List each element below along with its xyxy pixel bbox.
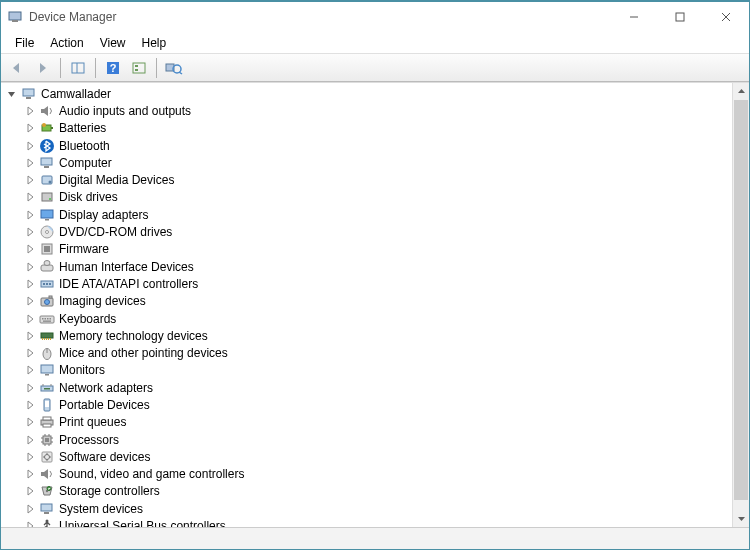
expander-icon[interactable] <box>23 484 37 498</box>
expander-icon[interactable] <box>23 467 37 481</box>
svg-rect-1 <box>12 20 18 22</box>
window-controls <box>611 2 749 32</box>
tree-item[interactable]: IDE ATA/ATAPI controllers <box>5 275 732 292</box>
minimize-button[interactable] <box>611 2 657 32</box>
expander-icon[interactable] <box>23 208 37 222</box>
mouse-icon <box>39 345 55 361</box>
tree-item[interactable]: Universal Serial Bus controllers <box>5 517 732 527</box>
device-tree[interactable]: CamwalladerAudio inputs and outputsBatte… <box>1 83 732 527</box>
svg-point-84 <box>46 520 49 523</box>
close-button[interactable] <box>703 2 749 32</box>
tree-item-label: Computer <box>59 156 112 170</box>
tree-root[interactable]: Camwallader <box>5 85 732 102</box>
svg-rect-50 <box>42 338 43 340</box>
expander-icon[interactable] <box>23 173 37 187</box>
tree-item[interactable]: Disk drives <box>5 189 732 206</box>
expander-icon[interactable] <box>23 381 37 395</box>
expander-icon[interactable] <box>23 433 37 447</box>
tree-item[interactable]: System devices <box>5 500 732 517</box>
svg-rect-48 <box>43 320 51 321</box>
expander-icon[interactable] <box>23 277 37 291</box>
expander-icon[interactable] <box>23 225 37 239</box>
expander-icon[interactable] <box>23 139 37 153</box>
hid-icon <box>39 259 55 275</box>
svg-rect-19 <box>51 127 53 129</box>
svg-rect-28 <box>41 210 53 218</box>
svg-rect-46 <box>47 318 49 320</box>
expander-icon[interactable] <box>23 104 37 118</box>
scroll-track[interactable] <box>733 100 749 510</box>
tree-item[interactable]: Audio inputs and outputs <box>5 102 732 119</box>
expander-icon[interactable] <box>23 329 37 343</box>
tree-item-label: Storage controllers <box>59 484 160 498</box>
scan-hardware-button[interactable] <box>162 57 186 79</box>
expander-icon[interactable] <box>23 398 37 412</box>
tree-item[interactable]: Print queues <box>5 414 732 431</box>
tree-item[interactable]: Portable Devices <box>5 396 732 413</box>
tree-item[interactable]: DVD/CD-ROM drives <box>5 223 732 240</box>
svg-rect-37 <box>43 283 45 285</box>
svg-rect-83 <box>44 512 49 514</box>
menu-view[interactable]: View <box>92 34 134 52</box>
tree-item[interactable]: Memory technology devices <box>5 327 732 344</box>
tree-item[interactable]: Monitors <box>5 362 732 379</box>
expander-icon[interactable] <box>23 242 37 256</box>
expander-icon[interactable] <box>23 346 37 360</box>
tree-item[interactable]: Computer <box>5 154 732 171</box>
expander-icon[interactable] <box>23 519 37 527</box>
scroll-up-button[interactable] <box>733 83 749 100</box>
back-button[interactable] <box>5 57 29 79</box>
tree-item[interactable]: Processors <box>5 431 732 448</box>
help-button[interactable]: ? <box>101 57 125 79</box>
expander-icon[interactable] <box>23 121 37 135</box>
tree-item[interactable]: Network adapters <box>5 379 732 396</box>
tree-item-label: Audio inputs and outputs <box>59 104 191 118</box>
vertical-scrollbar[interactable] <box>732 83 749 527</box>
expander-icon[interactable] <box>5 87 19 101</box>
expander-icon[interactable] <box>23 294 37 308</box>
tree-item[interactable]: Display adapters <box>5 206 732 223</box>
tree-item[interactable]: Imaging devices <box>5 293 732 310</box>
svg-point-27 <box>49 198 51 200</box>
tree-item[interactable]: Keyboards <box>5 310 732 327</box>
tree-item[interactable]: Storage controllers <box>5 483 732 500</box>
expander-icon[interactable] <box>23 156 37 170</box>
expander-icon[interactable] <box>23 260 37 274</box>
tree-item[interactable]: Software devices <box>5 448 732 465</box>
tree-item[interactable]: Human Interface Devices <box>5 258 732 275</box>
maximize-button[interactable] <box>657 2 703 32</box>
tree-item[interactable]: Mice and other pointing devices <box>5 344 732 361</box>
toolbar-separator <box>60 58 61 78</box>
menu-action[interactable]: Action <box>42 34 91 52</box>
forward-button[interactable] <box>31 57 55 79</box>
svg-point-20 <box>42 123 46 127</box>
menu-file[interactable]: File <box>7 34 42 52</box>
tree-item[interactable]: Batteries <box>5 120 732 137</box>
expander-icon[interactable] <box>23 415 37 429</box>
svg-rect-82 <box>41 504 52 511</box>
tree-item-label: DVD/CD-ROM drives <box>59 225 172 239</box>
menu-help[interactable]: Help <box>134 34 175 52</box>
expander-icon[interactable] <box>23 502 37 516</box>
imaging-icon <box>39 293 55 309</box>
scroll-down-button[interactable] <box>733 510 749 527</box>
computer-icon <box>21 86 37 102</box>
ide-icon <box>39 276 55 292</box>
update-driver-button[interactable] <box>127 57 151 79</box>
tree-item[interactable]: Digital Media Devices <box>5 171 732 188</box>
usb-icon <box>39 518 55 527</box>
expander-icon[interactable] <box>23 450 37 464</box>
tree-item-label: Network adapters <box>59 381 153 395</box>
expander-icon[interactable] <box>23 363 37 377</box>
scroll-thumb[interactable] <box>734 100 748 500</box>
tree-item[interactable]: Firmware <box>5 241 732 258</box>
tree-item[interactable]: Sound, video and game controllers <box>5 466 732 483</box>
svg-rect-45 <box>45 318 47 320</box>
svg-point-25 <box>49 181 52 184</box>
print-icon <box>39 414 55 430</box>
tree-item[interactable]: Bluetooth <box>5 137 732 154</box>
show-hide-console-button[interactable] <box>66 57 90 79</box>
expander-icon[interactable] <box>23 312 37 326</box>
expander-icon[interactable] <box>23 190 37 204</box>
tree-item-label: IDE ATA/ATAPI controllers <box>59 277 198 291</box>
